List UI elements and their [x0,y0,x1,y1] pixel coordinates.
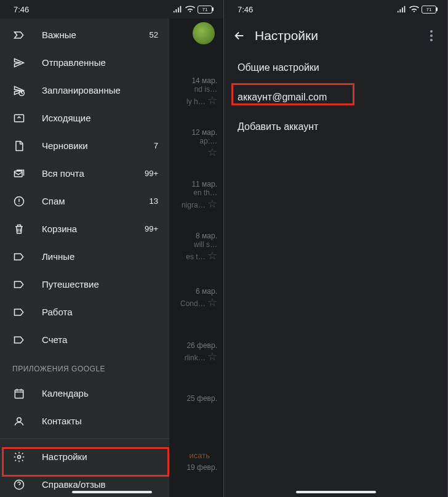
svg-rect-1 [15,115,24,122]
compose-button-partial: исать [190,451,210,460]
nav-item-4[interactable]: Черновики7 [0,132,169,160]
nav-label: Корзина [42,224,145,234]
nav-item-2[interactable]: Запланированные [0,76,169,104]
inbox-background: 14 мар.nd is…ly h… ☆ 12 мар.ар:…☆ 11 мар… [162,18,223,497]
nav-label: Важные [42,30,150,40]
nav-count: 52 [150,30,158,39]
svg-point-8 [430,30,433,33]
nav-label: Запланированные [42,85,158,95]
settings-add-account[interactable]: Добавить аккаунт [224,112,447,142]
nav-item-3[interactable]: Исходящие [0,104,169,132]
spam-icon [12,195,26,208]
nav-item-9[interactable]: Путешествие [0,270,169,298]
important-icon [12,29,26,41]
nav-item-6[interactable]: Спам13 [0,187,169,215]
label-icon [12,251,26,263]
svg-rect-2 [15,171,23,176]
allmail-icon [12,168,26,180]
nav-count: 13 [150,196,158,206]
nav-label: Путешествие [42,279,158,289]
nav-label: Настройки [42,451,158,462]
status-time: 7:46 [14,5,29,14]
nav-count: 7 [154,141,158,150]
battery-icon: 71 [198,6,212,14]
drafts-icon [12,140,26,152]
scheduled-icon [12,84,26,97]
status-bar: 7:46 71 [224,0,447,18]
outbox-icon [12,112,26,124]
battery-icon: 71 [422,6,436,14]
signal-icon [173,5,183,14]
nav-item-1[interactable]: Отправленные [0,49,169,76]
divider [0,438,169,439]
nav-label: Черновики [42,140,154,151]
back-button[interactable] [233,29,255,42]
nav-item-7[interactable]: Корзина99+ [0,215,169,243]
signal-icon [397,5,407,14]
help-icon [12,479,26,491]
calendar-icon [12,387,26,400]
status-time: 7:46 [238,5,253,14]
svg-point-5 [17,418,22,422]
nav-item-0[interactable]: Важные52 [0,21,169,49]
status-bar: 7:46 71 [0,0,223,18]
settings-account[interactable]: аккаунт@gmail.com [224,83,447,112]
nav-label: Личные [42,251,158,262]
nav-label: Отправленные [42,57,158,68]
label-icon [12,306,26,318]
section-google-apps: ПРИЛОЖЕНИЯ GOOGLE [0,354,169,379]
settings-icon [12,451,26,463]
arrow-left-icon [233,29,246,42]
avatar [193,22,215,44]
label-icon [12,334,26,346]
wifi-icon [185,5,195,14]
nav-app-1[interactable]: Контакты [0,407,169,435]
nav-label: Вся почта [42,168,145,179]
svg-point-9 [430,34,433,37]
nav-label: Работа [42,307,158,317]
contacts-icon [12,415,26,427]
settings-general[interactable]: Общие настройки [224,53,447,83]
nav-count: 99+ [145,224,158,233]
nav-item-10[interactable]: Работа [0,298,169,326]
more-button[interactable] [424,30,439,41]
nav-app-0[interactable]: Календарь [0,379,169,407]
nav-label: Исходящие [42,113,158,123]
nav-bottom-0[interactable]: Настройки [0,443,169,471]
phone-left: 7:46 71 14 мар.nd is…ly h… ☆ 12 мар.ар:…… [0,0,224,497]
sent-icon [12,57,26,69]
trash-icon [12,223,26,235]
home-indicator [72,491,152,494]
nav-drawer: Важные52ОтправленныеЗапланированныеИсход… [0,18,169,497]
home-indicator [296,491,376,494]
page-title: Настройки [255,28,424,43]
nav-item-5[interactable]: Вся почта99+ [0,160,169,187]
nav-label: Справка/отзыв [42,479,158,490]
svg-point-6 [18,455,21,458]
status-icons: 71 [397,5,436,14]
nav-label: Календарь [42,388,158,398]
nav-label: Счета [42,334,158,345]
nav-count: 99+ [145,169,158,178]
nav-label: Контакты [42,416,158,426]
svg-rect-4 [15,390,23,398]
nav-item-8[interactable]: Личные [0,243,169,270]
status-icons: 71 [173,5,212,14]
phone-right: 7:46 71 Настройки Общие настройки аккаун… [224,0,448,497]
wifi-icon [409,5,419,14]
nav-item-11[interactable]: Счета [0,326,169,354]
label-icon [12,278,26,291]
nav-label: Спам [42,196,150,206]
more-vert-icon [430,30,433,41]
appbar: Настройки [224,18,447,53]
svg-point-10 [430,39,433,41]
